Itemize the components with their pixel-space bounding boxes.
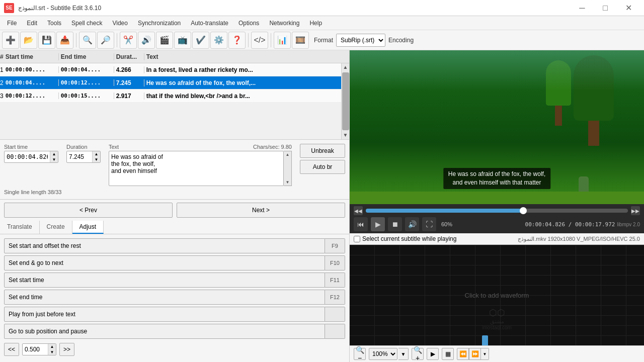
new-button[interactable]: ➕ bbox=[2, 32, 19, 49]
text-scrollbar[interactable]: ▲ ▼ bbox=[284, 151, 292, 186]
set-start-offset-button[interactable]: Set start and offset the rest bbox=[4, 238, 325, 253]
fullscreen-button[interactable]: ⛶ bbox=[422, 217, 436, 231]
menu-item-synchronization[interactable]: Synchronization bbox=[133, 18, 186, 29]
seek-value-input[interactable] bbox=[23, 344, 48, 354]
toolbar-sep3 bbox=[248, 33, 249, 47]
waveform-play-button[interactable]: ▶ bbox=[427, 348, 439, 360]
menu-item-networking[interactable]: Networking bbox=[264, 18, 304, 29]
menu-item-tools[interactable]: Tools bbox=[42, 18, 66, 29]
code-button[interactable]: </> bbox=[251, 32, 268, 49]
zoom-dropdown-button[interactable]: ▼ bbox=[398, 348, 409, 360]
row2-num: 2 bbox=[0, 79, 4, 86]
format-select[interactable]: SubRip (.srt) bbox=[336, 34, 385, 47]
skip-forward-button[interactable]: ▶▶ bbox=[631, 206, 640, 215]
duration-down[interactable]: ▼ bbox=[92, 157, 100, 162]
skip-dropdown-button[interactable]: ▼ bbox=[481, 348, 489, 360]
scroll-down-arrow[interactable]: ▼ bbox=[342, 131, 350, 139]
settings-button[interactable]: ⚙️ bbox=[210, 32, 227, 49]
table-row[interactable]: 1 00:00:00.... 00:00:04.... 4.266 In a f… bbox=[0, 63, 341, 76]
checkbox-wrap: Select current subtitle while playing bbox=[354, 235, 456, 242]
minimize-button[interactable]: ─ bbox=[571, 0, 594, 16]
row1-dur: 4.266 bbox=[114, 66, 144, 73]
scroll-up-arrow[interactable]: ▲ bbox=[342, 63, 350, 71]
left-panel: # Start time End time Durat... Text 1 00… bbox=[0, 50, 350, 362]
zoom-out-button[interactable]: 🔍− bbox=[354, 348, 366, 360]
cc-button[interactable]: 📺 bbox=[174, 32, 191, 49]
scroll-thumb[interactable] bbox=[342, 72, 349, 130]
set-end-time-button[interactable]: Set end time bbox=[4, 290, 325, 305]
menu-item-spell-check[interactable]: Spell check bbox=[66, 18, 107, 29]
skip-right-button[interactable]: ⏩ bbox=[469, 348, 481, 360]
waveform-button[interactable]: 📊 bbox=[274, 32, 291, 49]
find-replace-button[interactable]: 🔎 bbox=[97, 32, 114, 49]
select-while-playing-checkbox[interactable] bbox=[354, 236, 360, 242]
subtitle-overlay: He was so afraid of the fox, the wolf, a… bbox=[443, 168, 550, 189]
tab-create[interactable]: Create bbox=[40, 221, 72, 234]
zoom-select[interactable]: 100% bbox=[369, 348, 397, 360]
check-button[interactable]: ✔️ bbox=[192, 32, 209, 49]
key-f10: F10 bbox=[325, 255, 345, 270]
row1-end: 00:00:04.... bbox=[59, 66, 114, 73]
save-as-button[interactable]: 📥 bbox=[56, 32, 73, 49]
auto-br-button[interactable]: Auto br bbox=[300, 160, 345, 174]
table-row[interactable]: 2 00:00:04.... 00:00:12.... 7.245 He was… bbox=[0, 76, 341, 89]
close-button[interactable]: ✕ bbox=[617, 0, 640, 16]
adjust-row-3: Set start time F11 bbox=[4, 273, 345, 288]
help-button[interactable]: ❓ bbox=[228, 32, 246, 49]
rewind-button[interactable]: ⏮ bbox=[354, 217, 368, 231]
menu-item-video[interactable]: Video bbox=[107, 18, 132, 29]
stop-button[interactable]: ⏹ bbox=[388, 217, 402, 231]
goto-sub-pause-button[interactable]: Go to sub position and pause bbox=[4, 324, 325, 339]
menu-item-options[interactable]: Options bbox=[233, 18, 264, 29]
spell-button[interactable]: 🔊 bbox=[138, 32, 155, 49]
seek-next-button[interactable]: >> bbox=[59, 343, 74, 356]
subtitle-text-edit[interactable]: He was so afraid of the fox, the wolf, a… bbox=[109, 151, 284, 186]
play-from-before-button[interactable]: Play from just before text bbox=[4, 307, 325, 322]
edit-area: Start time ▲ ▼ Duration ▲ bbox=[0, 140, 349, 200]
next-button[interactable]: Next > bbox=[177, 203, 345, 218]
duration-input[interactable] bbox=[67, 152, 92, 162]
progress-thumb[interactable] bbox=[520, 207, 527, 214]
table-row[interactable]: 3 00:00:12.... 00:00:15.... 2.917 that i… bbox=[0, 89, 341, 103]
set-start-time-button[interactable]: Set start time bbox=[4, 273, 325, 288]
skip-back-button[interactable]: ◀◀ bbox=[354, 206, 363, 215]
waveform-canvas[interactable]: Click to add waveform ⬡⬡ مشتق imostaql.c… bbox=[350, 245, 644, 345]
seek-up[interactable]: ▲ bbox=[48, 344, 56, 349]
progress-bar-row: ◀◀ ▶▶ bbox=[354, 206, 640, 215]
menu-bar: FileEditToolsSpell checkVideoSynchroniza… bbox=[0, 16, 644, 30]
menu-item-file[interactable]: File bbox=[2, 18, 22, 29]
skip-left-button[interactable]: ⏪ bbox=[457, 348, 469, 360]
open-button[interactable]: 📂 bbox=[20, 32, 37, 49]
waveform-bar-button[interactable]: ▦ bbox=[442, 348, 454, 360]
menu-item-edit[interactable]: Edit bbox=[22, 18, 42, 29]
save-button[interactable]: 💾 bbox=[38, 32, 55, 49]
tab-adjust[interactable]: Adjust bbox=[72, 221, 104, 234]
duration-up[interactable]: ▲ bbox=[92, 151, 100, 157]
progress-track[interactable] bbox=[366, 209, 628, 213]
row3-dur: 2.917 bbox=[114, 93, 144, 100]
unbreak-button[interactable]: Unbreak bbox=[300, 144, 345, 158]
ocr-button[interactable]: 🎬 bbox=[156, 32, 173, 49]
seek-prev-button[interactable]: << bbox=[4, 343, 19, 356]
start-time-down[interactable]: ▼ bbox=[50, 157, 58, 162]
fix-button[interactable]: ✂️ bbox=[120, 32, 137, 49]
adjust-row-1: Set start and offset the rest F9 bbox=[4, 238, 345, 253]
right-nav-arrows: ▶▶ bbox=[631, 206, 640, 215]
format-label: Format bbox=[314, 37, 333, 44]
table-scrollbar[interactable]: ▲ ▼ bbox=[341, 63, 349, 139]
prev-button[interactable]: < Prev bbox=[4, 203, 173, 218]
play-pause-button[interactable]: ▶ bbox=[371, 217, 385, 231]
menu-item-auto-translate[interactable]: Auto-translate bbox=[186, 18, 233, 29]
zoom-in-button[interactable]: 🔍+ bbox=[412, 348, 424, 360]
menu-item-help[interactable]: Help bbox=[304, 18, 327, 29]
volume-button[interactable]: 🔊 bbox=[405, 217, 419, 231]
video-button[interactable]: 🎞️ bbox=[292, 32, 309, 49]
find-button[interactable]: 🔍 bbox=[79, 32, 96, 49]
key-f12: F12 bbox=[325, 290, 345, 305]
maximize-button[interactable]: □ bbox=[594, 0, 617, 16]
tab-translate[interactable]: Translate bbox=[0, 221, 40, 234]
start-time-input[interactable] bbox=[5, 152, 50, 162]
start-time-up[interactable]: ▲ bbox=[50, 151, 58, 157]
seek-down[interactable]: ▼ bbox=[48, 349, 56, 355]
set-end-go-next-button[interactable]: Set end & go to next bbox=[4, 255, 325, 270]
